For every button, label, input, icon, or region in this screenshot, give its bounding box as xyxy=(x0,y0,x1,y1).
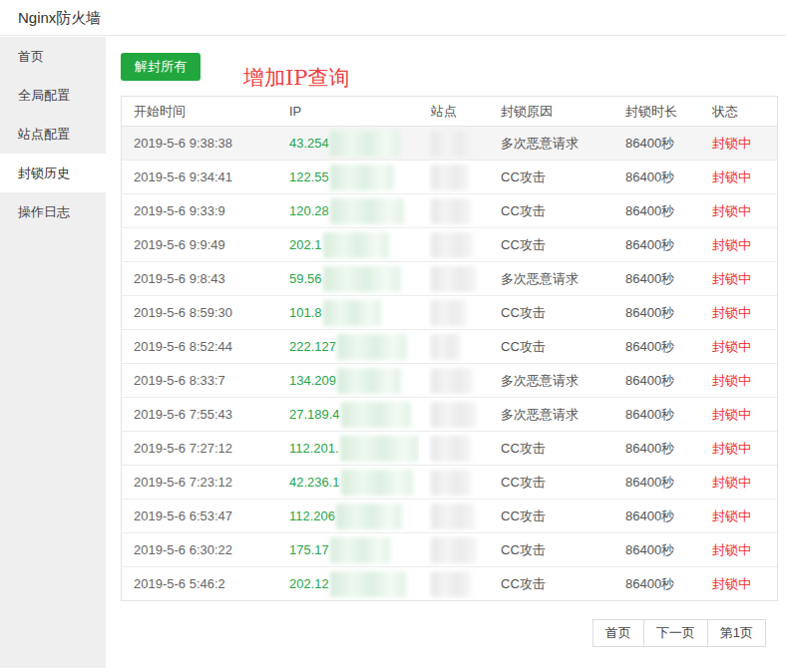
sidebar-item-0[interactable]: 首页 xyxy=(0,37,106,76)
ip-link[interactable]: 175.17 xyxy=(289,533,329,566)
block-reason-cell: CC攻击 xyxy=(489,161,613,193)
block-reason-cell: 多次恶意请求 xyxy=(489,127,613,160)
censored-site-blur xyxy=(431,368,473,394)
status-badge: 封锁中 xyxy=(700,127,777,160)
block-reason-cell: CC攻击 xyxy=(489,432,613,465)
block-duration-cell: 86400秒 xyxy=(613,500,700,532)
start-time-cell: 2019-5-6 9:34:41 xyxy=(122,161,277,193)
censored-ip-blur xyxy=(336,504,402,529)
table-row: 2019-5-6 8:59:30101.8CC攻击86400秒封锁中 xyxy=(122,296,777,330)
block-duration-cell: 86400秒 xyxy=(613,228,700,261)
ip-cell: 27.189.4 xyxy=(277,398,419,431)
ip-link[interactable]: 134.209 xyxy=(289,364,336,397)
table-row: 2019-5-6 5:46:2202.12CC攻击86400秒封锁中 xyxy=(122,567,777,600)
site-cell xyxy=(419,194,489,227)
censored-site-blur xyxy=(431,571,471,597)
censored-ip-blur xyxy=(340,436,419,462)
block-reason-cell: 多次恶意请求 xyxy=(489,262,613,295)
pagination: 首页下一页第1页 xyxy=(592,619,766,647)
pager-next-button[interactable]: 下一页 xyxy=(643,619,708,647)
ip-link[interactable]: 112.206 xyxy=(289,500,335,532)
table-row: 2019-5-6 8:33:7134.209多次恶意请求86400秒封锁中 xyxy=(122,364,777,398)
block-reason-cell: CC攻击 xyxy=(489,330,613,363)
censored-site-blur xyxy=(431,537,477,563)
ip-link[interactable]: 202.1 xyxy=(289,228,322,261)
column-header-0: 开始时间 xyxy=(122,97,277,126)
status-badge: 封锁中 xyxy=(700,161,777,193)
column-header-2: 站点 xyxy=(419,97,489,126)
ip-link[interactable]: 27.189.4 xyxy=(289,398,340,431)
censored-site-blur xyxy=(431,232,473,258)
ip-link[interactable]: 202.12 xyxy=(289,567,329,600)
app-title: Nginx防火墙 xyxy=(0,0,101,36)
block-duration-cell: 86400秒 xyxy=(613,161,700,193)
status-badge: 封锁中 xyxy=(700,228,777,261)
column-header-3: 封锁原因 xyxy=(489,97,613,126)
ip-cell: 120.28 xyxy=(277,194,419,227)
table-row: 2019-5-6 6:53:47112.206CC攻击86400秒封锁中 xyxy=(122,500,777,533)
table-row: 2019-5-6 8:52:44222.127CC攻击86400秒封锁中 xyxy=(122,330,777,364)
table-row: 2019-5-6 6:30:22175.17CC攻击86400秒封锁中 xyxy=(122,533,777,567)
pager-current-page-button[interactable]: 第1页 xyxy=(707,619,766,647)
site-cell xyxy=(419,127,489,160)
table-header-row: 开始时间IP站点封锁原因封锁时长状态 xyxy=(122,97,777,127)
block-reason-cell: CC攻击 xyxy=(489,296,613,329)
censored-site-blur xyxy=(431,402,477,428)
ip-cell: 122.55 xyxy=(277,161,419,193)
start-time-cell: 2019-5-6 9:33:9 xyxy=(122,194,277,227)
site-cell xyxy=(419,161,489,193)
block-duration-cell: 86400秒 xyxy=(613,432,700,465)
sidebar-item-1[interactable]: 全局配置 xyxy=(0,76,106,115)
site-cell xyxy=(419,398,489,431)
ip-cell: 134.209 xyxy=(277,364,419,397)
unblock-all-button[interactable]: 解封所有 xyxy=(121,53,200,81)
censored-site-blur xyxy=(431,470,471,496)
ip-link[interactable]: 59.56 xyxy=(289,262,322,295)
site-cell xyxy=(419,296,489,329)
status-badge: 封锁中 xyxy=(700,432,777,465)
block-reason-cell: 多次恶意请求 xyxy=(489,398,613,431)
ip-link[interactable]: 222.127 xyxy=(289,330,336,363)
site-cell xyxy=(419,364,489,397)
ip-cell: 43.254 xyxy=(277,127,419,160)
block-reason-cell: CC攻击 xyxy=(489,567,613,600)
block-duration-cell: 86400秒 xyxy=(613,466,700,499)
ip-link[interactable]: 42.236.1 xyxy=(289,466,340,499)
censored-ip-blur xyxy=(337,334,407,360)
start-time-cell: 2019-5-6 8:33:7 xyxy=(122,364,277,397)
block-reason-cell: CC攻击 xyxy=(489,500,613,532)
block-reason-cell: CC攻击 xyxy=(489,466,613,499)
censored-site-blur xyxy=(431,334,461,360)
ip-cell: 59.56 xyxy=(277,262,419,295)
ip-link[interactable]: 120.28 xyxy=(289,194,329,227)
censored-ip-blur xyxy=(330,537,390,563)
status-badge: 封锁中 xyxy=(700,296,777,329)
site-cell xyxy=(419,262,489,295)
ip-link[interactable]: 43.254 xyxy=(289,127,329,160)
sidebar-item-4[interactable]: 操作日志 xyxy=(0,192,106,231)
start-time-cell: 2019-5-6 9:9:49 xyxy=(122,228,277,261)
censored-ip-blur xyxy=(330,131,400,157)
sidebar-item-3[interactable]: 封锁历史 xyxy=(0,154,106,192)
start-time-cell: 2019-5-6 9:38:38 xyxy=(122,127,277,160)
ip-cell: 112.206 xyxy=(277,500,419,532)
start-time-cell: 2019-5-6 7:23:12 xyxy=(122,466,277,499)
ip-cell: 202.12 xyxy=(277,567,419,600)
status-badge: 封锁中 xyxy=(700,194,777,227)
ip-link[interactable]: 122.55 xyxy=(289,161,329,193)
status-badge: 封锁中 xyxy=(700,262,777,295)
ip-cell: 42.236.1 xyxy=(277,466,419,499)
block-duration-cell: 86400秒 xyxy=(613,194,700,227)
censored-site-blur xyxy=(431,436,471,462)
site-cell xyxy=(419,567,489,600)
ip-link[interactable]: 112.201. xyxy=(289,432,339,465)
censored-ip-blur xyxy=(330,571,406,597)
ip-link[interactable]: 101.8 xyxy=(289,296,322,329)
pager-first-button[interactable]: 首页 xyxy=(592,619,644,647)
site-cell xyxy=(419,228,489,261)
sidebar-item-2[interactable]: 站点配置 xyxy=(0,115,106,154)
censored-site-blur xyxy=(431,504,475,529)
block-duration-cell: 86400秒 xyxy=(613,296,700,329)
censored-site-blur xyxy=(431,300,467,326)
block-duration-cell: 86400秒 xyxy=(613,533,700,566)
